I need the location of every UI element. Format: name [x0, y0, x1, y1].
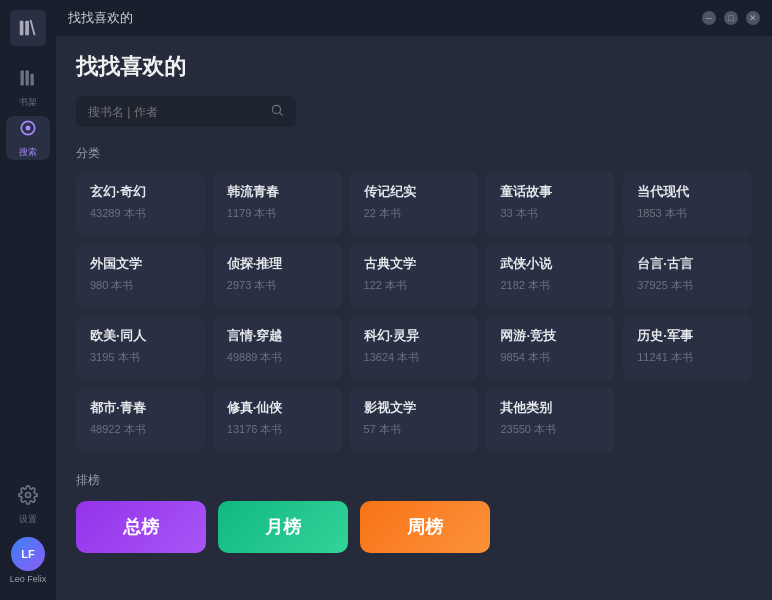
- category-card-5[interactable]: 外国文学 980 本书: [76, 244, 205, 308]
- category-card-7[interactable]: 古典文学 122 本书: [350, 244, 479, 308]
- category-name: 都市·青春: [90, 400, 191, 417]
- search-bar: [76, 96, 296, 127]
- sidebar-item-bookshelf[interactable]: 书架: [6, 66, 50, 110]
- discover-icon: [18, 118, 38, 143]
- category-card-8[interactable]: 武侠小说 2182 本书: [486, 244, 615, 308]
- category-card-17[interactable]: 影视文学 57 本书: [350, 388, 479, 452]
- category-name: 言情·穿越: [227, 328, 328, 345]
- page-content: 找找喜欢的 分类 玄幻·奇幻 43289 本书 韩流青春 1179 本书 传记纪…: [56, 36, 772, 600]
- category-name: 古典文学: [364, 256, 465, 273]
- category-name: 其他类别: [500, 400, 601, 417]
- svg-rect-4: [31, 73, 34, 85]
- svg-rect-2: [21, 70, 24, 85]
- sidebar: 书架 搜索 设置 LF Le: [0, 0, 56, 600]
- category-card-3[interactable]: 童话故事 33 本书: [486, 172, 615, 236]
- minimize-button[interactable]: ─: [702, 11, 716, 25]
- category-count: 33 本书: [500, 206, 601, 221]
- category-count: 22 本书: [364, 206, 465, 221]
- category-name: 外国文学: [90, 256, 191, 273]
- rankings-section-label: 排榜: [76, 472, 752, 489]
- category-name: 科幻·灵异: [364, 328, 465, 345]
- svg-point-6: [26, 125, 31, 130]
- category-name: 玄幻·奇幻: [90, 184, 191, 201]
- category-card-2[interactable]: 传记纪实 22 本书: [350, 172, 479, 236]
- category-name: 修真·仙侠: [227, 400, 328, 417]
- category-count: 2973 本书: [227, 278, 328, 293]
- svg-rect-1: [25, 21, 29, 36]
- settings-icon: [18, 485, 38, 510]
- category-count: 37925 本书: [637, 278, 738, 293]
- category-name: 武侠小说: [500, 256, 601, 273]
- category-count: 3195 本书: [90, 350, 191, 365]
- category-card-1[interactable]: 韩流青春 1179 本书: [213, 172, 342, 236]
- category-card-16[interactable]: 修真·仙侠 13176 本书: [213, 388, 342, 452]
- page-title: 找找喜欢的: [76, 52, 752, 82]
- category-card-15[interactable]: 都市·青春 48922 本书: [76, 388, 205, 452]
- category-name: 传记纪实: [364, 184, 465, 201]
- category-card-10[interactable]: 欧美·同人 3195 本书: [76, 316, 205, 380]
- category-name: 影视文学: [364, 400, 465, 417]
- categories-section-label: 分类: [76, 145, 752, 162]
- category-name: 童话故事: [500, 184, 601, 201]
- sidebar-logo: [10, 10, 46, 46]
- category-count: 23550 本书: [500, 422, 601, 437]
- category-count: 122 本书: [364, 278, 465, 293]
- sidebar-item-bookshelf-label: 书架: [19, 96, 37, 109]
- sidebar-item-settings[interactable]: 设置: [6, 483, 50, 527]
- bookshelf-icon: [18, 68, 38, 93]
- category-name: 当代现代: [637, 184, 738, 201]
- category-name: 网游·竞技: [500, 328, 601, 345]
- category-card-14[interactable]: 历史·军事 11241 本书: [623, 316, 752, 380]
- sidebar-item-discover-label: 搜索: [19, 146, 37, 159]
- ranking-btn-weekly[interactable]: 周榜: [360, 501, 490, 553]
- category-count: 1179 本书: [227, 206, 328, 221]
- main-content: 找找喜欢的 ─ □ ✕ 找找喜欢的 分类 玄幻·奇幻 43289 本书: [56, 0, 772, 600]
- sidebar-item-discover[interactable]: 搜索: [6, 116, 50, 160]
- svg-point-7: [26, 492, 31, 497]
- sidebar-navigation: 书架 搜索: [6, 66, 50, 483]
- category-card-12[interactable]: 科幻·灵异 13624 本书: [350, 316, 479, 380]
- sidebar-bottom: 设置 LF Leo Felix: [6, 483, 50, 584]
- category-count: 48922 本书: [90, 422, 191, 437]
- category-name: 历史·军事: [637, 328, 738, 345]
- category-count: 13624 本书: [364, 350, 465, 365]
- ranking-btn-total[interactable]: 总榜: [76, 501, 206, 553]
- titlebar: 找找喜欢的 ─ □ ✕: [56, 0, 772, 36]
- avatar[interactable]: LF: [11, 537, 45, 571]
- close-button[interactable]: ✕: [746, 11, 760, 25]
- category-card-18[interactable]: 其他类别 23550 本书: [486, 388, 615, 452]
- category-name: 台言·古言: [637, 256, 738, 273]
- ranking-buttons: 总榜月榜周榜: [76, 501, 752, 553]
- window-title: 找找喜欢的: [68, 9, 133, 27]
- category-count: 980 本书: [90, 278, 191, 293]
- avatar-name: Leo Felix: [10, 574, 47, 584]
- category-count: 2182 本书: [500, 278, 601, 293]
- category-card-13[interactable]: 网游·竞技 9854 本书: [486, 316, 615, 380]
- category-card-11[interactable]: 言情·穿越 49889 本书: [213, 316, 342, 380]
- category-count: 11241 本书: [637, 350, 738, 365]
- category-count: 1853 本书: [637, 206, 738, 221]
- category-count: 43289 本书: [90, 206, 191, 221]
- category-name: 侦探·推理: [227, 256, 328, 273]
- svg-rect-3: [26, 70, 29, 85]
- sidebar-item-settings-label: 设置: [19, 513, 37, 526]
- category-count: 57 本书: [364, 422, 465, 437]
- svg-rect-0: [20, 21, 24, 36]
- category-name: 欧美·同人: [90, 328, 191, 345]
- search-input[interactable]: [88, 105, 270, 119]
- titlebar-controls: ─ □ ✕: [702, 11, 760, 25]
- category-card-6[interactable]: 侦探·推理 2973 本书: [213, 244, 342, 308]
- category-card-4[interactable]: 当代现代 1853 本书: [623, 172, 752, 236]
- category-name: 韩流青春: [227, 184, 328, 201]
- category-card-0[interactable]: 玄幻·奇幻 43289 本书: [76, 172, 205, 236]
- categories-grid: 玄幻·奇幻 43289 本书 韩流青春 1179 本书 传记纪实 22 本书 童…: [76, 172, 752, 452]
- category-count: 13176 本书: [227, 422, 328, 437]
- rankings-section: 排榜 总榜月榜周榜: [76, 472, 752, 553]
- maximize-button[interactable]: □: [724, 11, 738, 25]
- ranking-btn-monthly[interactable]: 月榜: [218, 501, 348, 553]
- category-count: 9854 本书: [500, 350, 601, 365]
- search-icon[interactable]: [270, 103, 284, 120]
- category-count: 49889 本书: [227, 350, 328, 365]
- category-card-9[interactable]: 台言·古言 37925 本书: [623, 244, 752, 308]
